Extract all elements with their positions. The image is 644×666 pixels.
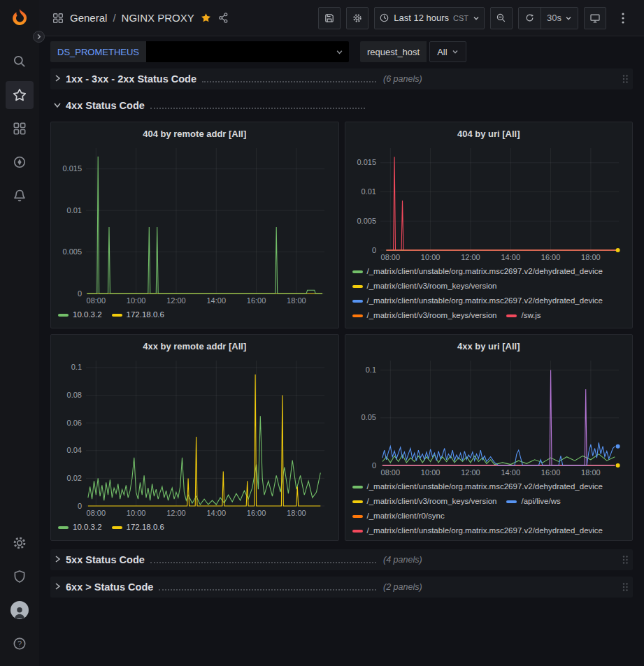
svg-text:18:00: 18:00 [581,253,601,261]
panel-title[interactable]: 404 by uri [All] [352,126,626,143]
row-drag-handle[interactable] [620,555,630,565]
chevron-right-icon [53,582,62,591]
svg-text:16:00: 16:00 [247,509,266,517]
legend-item[interactable]: /_matrix/client/v3/room_keys/version [352,494,497,509]
legend-color-swatch [352,530,363,533]
legend-item[interactable]: 172.18.0.6 [112,307,164,322]
legend-color-swatch [352,314,363,317]
legend-color-swatch [352,500,363,503]
row-title: 4xx Status Code [66,100,145,111]
grafana-logo-icon[interactable] [8,7,31,29]
svg-text:0.01: 0.01 [67,206,82,215]
row-leader-dots [159,582,376,591]
bell-icon [12,188,27,203]
more-options-button[interactable] [612,7,634,29]
cycle-view-mode-button[interactable] [584,7,606,29]
svg-text:08:00: 08:00 [87,296,106,305]
navbar-actions: Last 12 hours CST 30s [318,7,634,29]
var-datasource-label[interactable]: DS_PROMETHEUS [50,41,146,62]
svg-text:12:00: 12:00 [166,296,186,305]
panel-title[interactable]: 4xx by remote addr [All] [58,338,331,355]
row-leader-dots [150,101,365,109]
refresh-dashboard-button[interactable] [519,8,541,29]
legend-item[interactable]: 172.18.0.6 [112,520,164,535]
legend-color-swatch [352,285,363,288]
legend-item[interactable]: /_matrix/client/unstable/org.matrix.msc2… [352,479,603,494]
share-icon[interactable] [217,12,229,24]
zoom-out-time-button[interactable] [490,7,513,29]
legend-item[interactable]: /_matrix/client/v3/room_keys/version [352,308,497,322]
svg-text:16:00: 16:00 [541,468,560,477]
favorite-star-icon[interactable] [200,12,212,24]
svg-text:0: 0 [371,246,375,254]
legend-item[interactable]: /sw.js [506,308,541,322]
legend-color-swatch [58,314,69,317]
row-1xx-3xx-2xx[interactable]: 1xx - 3xx - 2xx Status Code (6 panels) [50,68,633,89]
svg-text:0.02: 0.02 [67,474,82,482]
legend-color-swatch [112,314,122,317]
sidebar-item-explore[interactable] [6,148,34,176]
legend-item[interactable]: /api/live/ws [506,494,560,509]
row-5xx[interactable]: 5xx Status Code (4 panels) [50,549,633,570]
panel-chart[interactable]: 00.020.040.060.080.108:0010:0012:0014:00… [58,355,331,518]
breadcrumb-folder[interactable]: General [70,12,107,24]
row-drag-handle[interactable] [620,74,630,84]
panel-title[interactable]: 4xx by uri [All] [352,338,626,355]
dashboard-settings-button[interactable] [346,7,368,29]
svg-text:0.05: 0.05 [361,413,375,421]
row-title: 5xx Status Code [66,554,145,565]
chevron-right-icon [36,34,42,40]
legend-item[interactable]: /_matrix/client/unstable/org.matrix.msc2… [352,294,603,308]
var-datasource-select[interactable] [146,41,349,62]
svg-text:14:00: 14:00 [501,468,520,477]
legend-item[interactable]: /_matrix/client/r0/sync [352,509,445,523]
time-range-label: Last 12 hours [394,13,449,23]
legend-color-swatch [112,526,122,529]
legend-item[interactable]: /_matrix/client/v3/room_keys/version [352,279,497,294]
avatar [10,601,29,619]
svg-text:0.1: 0.1 [365,365,375,374]
monitor-icon [589,13,601,24]
panel-chart[interactable]: 00.0050.010.01508:0010:0012:0014:0016:00… [352,143,626,262]
sidebar-item-profile[interactable] [6,596,34,624]
panel-legend: /_matrix/client/unstable/org.matrix.msc2… [352,477,626,535]
drag-handle-icon [622,582,629,592]
row-title: 1xx - 3xx - 2xx Status Code [66,73,196,85]
sidebar-collapse-toggle[interactable] [33,31,45,43]
panel-chart[interactable]: 00.050.108:0010:0012:0014:0016:0018:00 [352,355,626,477]
legend-color-swatch [506,314,517,317]
legend-color-swatch [506,500,517,503]
chevron-right-icon [53,74,62,82]
sidebar-item-configuration[interactable] [6,529,34,557]
chevron-down-icon [452,48,459,55]
legend-color-swatch [352,486,363,488]
search-icon [12,54,27,69]
legend-item[interactable]: 10.0.3.2 [58,307,102,322]
breadcrumb-dashboard-title[interactable]: NGINX PROXY [122,12,194,24]
legend-item[interactable]: 10.0.3.2 [58,520,102,535]
sidebar-item-search[interactable] [6,48,34,75]
refresh-interval-select[interactable]: 30s [541,8,578,29]
row-6xx[interactable]: 6xx > Status Code (2 panels) [50,577,633,598]
row-drag-handle[interactable] [620,582,630,592]
time-range-picker[interactable]: Last 12 hours CST [374,7,485,29]
sidebar-item-dashboards[interactable] [6,115,34,143]
svg-text:14:00: 14:00 [501,253,520,261]
panel-legend: 10.0.3.2172.18.0.6 [58,305,331,322]
apps-grid-icon [52,12,64,24]
sidebar-item-help[interactable]: ? [6,630,34,658]
sidebar-item-alerting[interactable] [6,182,34,210]
refresh-interval-value: 30s [547,13,561,23]
sidebar-item-server-admin[interactable] [6,563,34,591]
main-area: General / NGINX PROXY Last 12 hours CST [39,0,644,666]
save-dashboard-button[interactable] [318,7,341,29]
row-title: 6xx > Status Code [66,581,153,593]
row-4xx[interactable]: 4xx Status Code [50,96,633,115]
svg-text:14:00: 14:00 [206,296,226,305]
var-request-host-select[interactable]: All [429,41,466,62]
sidebar-item-starred[interactable] [6,81,34,109]
panel-chart[interactable]: 00.0050.010.01508:0010:0012:0014:0016:00… [58,143,331,305]
legend-item[interactable]: /_matrix/client/unstable/org.matrix.msc2… [352,264,603,279]
legend-item[interactable]: /_matrix/client/unstable/org.matrix.msc2… [352,523,603,535]
panel-title[interactable]: 404 by remote addr [All] [58,126,331,143]
